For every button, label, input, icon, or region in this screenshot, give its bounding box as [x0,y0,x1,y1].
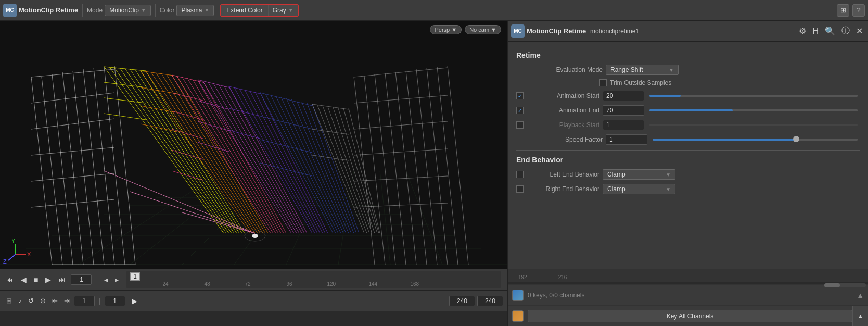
stop-button[interactable]: ■ [32,274,40,285]
anim-start-input[interactable] [603,91,644,101]
playback-start-label: Playback Start [527,121,599,129]
right-end-checkbox[interactable] [516,185,524,193]
speed-factor-row: Speed Factor [516,134,860,145]
playback-start-row: Playback Start [516,120,860,130]
anim-start-slider[interactable] [649,95,858,97]
scroll-indicator[interactable] [824,283,866,287]
transport-bar: ⏮ ◀ ■ ▶ ⏭ ◂ ▸ 1 24 48 [0,269,507,290]
timeline-area: ⏮ ◀ ■ ▶ ⏭ ◂ ▸ 1 24 48 [0,269,507,326]
viewport[interactable]: X Y Z Persp ▼ No cam ▼ [0,21,507,269]
current-frame-input[interactable] [71,274,92,285]
ruler-mark-216: 216 [558,274,567,280]
end-frame-2[interactable] [477,296,503,306]
clock-button[interactable]: ⊙ [38,296,48,306]
eval-mode-dropdown[interactable]: Range Shift ▼ [606,65,679,75]
extend-color-label: Extend Color [221,5,268,16]
mode-value: MotionClip [109,7,139,14]
keys-status-bar: 0 keys, 0/0 channels ▲ [508,284,868,305]
next-key-button[interactable]: ▸ [113,274,121,285]
speed-factor-input[interactable] [606,134,647,145]
audio-button[interactable]: ♪ [16,296,24,306]
no-cam-button[interactable]: No cam ▼ [465,25,501,34]
info-button[interactable]: ⓘ [839,24,852,37]
help-btn[interactable]: ? [852,4,865,17]
play-forward-button[interactable]: ▶ [127,296,142,306]
left-end-checkbox[interactable] [516,171,524,178]
bookmark-button[interactable]: H [810,26,821,37]
playback-start-checkbox[interactable] [516,121,524,129]
anim-end-checkbox[interactable] [516,107,524,114]
mode-dropdown-arrow: ▼ [141,7,146,13]
trim-label: Trim Outside Samples [610,79,671,86]
search-button[interactable]: 🔍 [823,25,837,37]
end-behavior-title: End Behavior [516,156,860,164]
viewport-controls: Persp ▼ No cam ▼ [426,23,505,36]
right-main: Retime Evaluation Mode Range Shift ▼ Tri… [508,42,868,269]
left-end-arrow: ▼ [666,172,671,178]
layout-btn[interactable]: ⊞ [837,4,849,17]
extend-color-dropdown-arrow: ▼ [288,7,293,13]
key-all-dropdown-arrow[interactable]: ▲ [852,306,868,326]
eval-mode-label: Evaluation Mode [530,66,603,73]
jump-end-button[interactable]: ⏭ [56,274,68,285]
divider-1 [82,4,83,17]
persp-button[interactable]: Persp ▼ [430,25,462,34]
ruler-mark-192: 192 [518,274,527,280]
trim-checkbox[interactable] [599,79,607,86]
snap-button[interactable]: ⊞ [4,296,14,306]
left-end-behavior-row: Left End Behavior Clamp ▼ [516,169,860,180]
forward-button[interactable]: ⇥ [62,296,72,306]
retime-section-title: Retime [516,51,860,59]
right-timeline-content[interactable] [508,282,868,284]
speed-factor-label: Speed Factor [530,136,603,143]
viewport-bg: X Y Z Persp ▼ No cam ▼ [0,21,507,269]
color-dropdown[interactable]: Plasma ▼ [176,5,214,16]
settings-button[interactable]: ⚙ [797,25,808,37]
svg-text:Z: Z [3,258,7,265]
svg-rect-0 [0,25,507,265]
loop-button[interactable]: ↺ [26,296,36,306]
svg-text:X: X [27,251,31,257]
divider-2 [155,4,156,17]
right-ruler: 192 216 [508,269,868,282]
prev-key-button[interactable]: ◂ [102,274,110,285]
anim-start-checkbox[interactable] [516,92,524,99]
anim-end-slider[interactable] [649,109,858,111]
scroll-thumb [824,283,840,287]
keys-status-text: 0 keys, 0/0 channels [528,292,584,299]
right-end-dropdown[interactable]: Clamp ▼ [603,184,675,194]
frame-separator: | [99,297,100,305]
playback-start-display[interactable] [74,296,95,306]
close-button[interactable]: ✕ [854,25,865,37]
step-back-button[interactable]: ◀ [19,274,29,285]
mode-dropdown[interactable]: MotionClip ▼ [105,5,151,16]
right-panel-title: MotionClip Retime [527,27,586,35]
node-name: motionclipretime1 [590,28,639,35]
jump-start-button[interactable]: ⏮ [4,274,16,285]
section-divider [516,150,860,151]
anim-start-row: Animation Start [516,91,860,101]
eval-mode-row: Evaluation Mode Range Shift ▼ [516,65,860,75]
anim-end-input[interactable] [603,105,644,116]
bottom-bar: ⊞ ♪ ↺ ⊙ ⇤ ⇥ | ▶ [0,290,507,311]
right-timeline: 192 216 0 keys, 0/0 channels ▲ [508,269,868,326]
eval-mode-value: Range Shift [610,66,643,73]
trim-row: Trim Outside Samples [599,79,860,86]
extend-color-dropdown[interactable]: Gray ▼ [269,5,298,16]
right-end-behavior-row: Right End Behavior Clamp ▼ [516,184,860,194]
right-panel: MC MotionClip Retime motionclipretime1 ⚙… [507,21,868,326]
key-all-bar: Key All Channels ▲ [508,305,868,326]
playback-start-input[interactable] [603,120,644,130]
extend-color-group: Extend Color Gray ▼ [220,4,298,17]
scene-svg: X Y Z [0,21,507,269]
color-value: Plasma [181,7,202,14]
play-button[interactable]: ▶ [43,274,53,285]
expand-button[interactable]: ▲ [857,291,864,299]
left-end-dropdown[interactable]: Clamp ▼ [603,169,675,180]
rewind-button[interactable]: ⇤ [50,296,60,306]
end-frame-1[interactable] [449,296,475,306]
speed-factor-slider[interactable] [653,139,858,141]
right-end-arrow: ▼ [666,186,671,192]
key-all-button[interactable]: Key All Channels [528,310,852,322]
playback-current-display[interactable] [105,296,125,306]
